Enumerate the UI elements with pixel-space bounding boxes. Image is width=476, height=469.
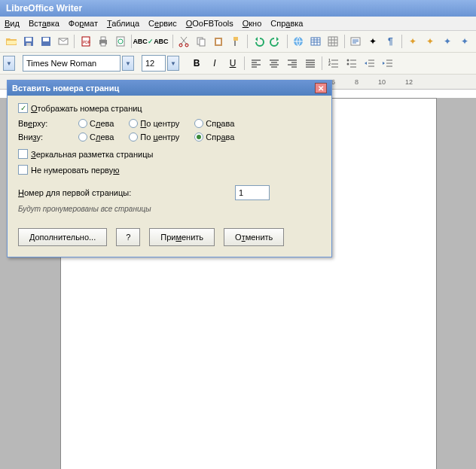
undo-icon[interactable] xyxy=(251,33,267,50)
print-icon[interactable] xyxy=(95,33,111,50)
menu-tools[interactable]: Сервис xyxy=(148,19,177,28)
star3-icon[interactable]: ✦ xyxy=(440,33,456,50)
menu-ooofbtools[interactable]: OOoFBTools xyxy=(186,19,233,28)
no-first-label: Не нумеровать первую xyxy=(31,166,119,175)
bold-icon[interactable]: B xyxy=(188,55,205,72)
font-size-field[interactable]: 12 xyxy=(142,55,166,72)
menu-window[interactable]: Окно xyxy=(243,19,262,28)
styles-icon[interactable] xyxy=(348,33,364,50)
link-icon[interactable] xyxy=(291,33,307,50)
menu-insert[interactable]: Вставка xyxy=(29,19,60,28)
mail-icon[interactable] xyxy=(55,33,71,50)
no-first-checkbox[interactable] xyxy=(18,165,28,175)
align-left-icon[interactable] xyxy=(248,55,264,72)
svg-rect-1 xyxy=(26,38,32,41)
preview-icon[interactable] xyxy=(112,33,128,50)
dialog-titlebar: Вставить номера страниц ✕ xyxy=(8,81,331,96)
separator xyxy=(172,35,173,48)
svg-rect-22 xyxy=(328,37,337,46)
ruler-tick: 10 xyxy=(378,78,386,86)
size-dropdown-arrow[interactable]: ▼ xyxy=(167,56,179,71)
save-icon[interactable] xyxy=(20,33,36,50)
pdf-icon[interactable]: PDF xyxy=(78,33,93,50)
dialog-title: Вставить номера страниц xyxy=(12,84,119,93)
help-button[interactable]: ? xyxy=(116,228,140,246)
menu-table[interactable]: Таблица xyxy=(107,19,139,28)
dialog-buttons: Дополнительно... ? Применить Отменить xyxy=(18,228,321,246)
mirror-checkbox[interactable] xyxy=(18,149,28,159)
font-size-value: 12 xyxy=(145,59,154,68)
bottom-left-radio[interactable]: Слева xyxy=(78,132,114,142)
redo-icon[interactable] xyxy=(268,33,284,50)
numbered-list-icon[interactable]: 12 xyxy=(325,55,342,72)
more-button[interactable]: Дополнительно... xyxy=(18,228,107,246)
top-label: Вверху: xyxy=(18,119,78,128)
paste-icon[interactable] xyxy=(211,33,227,50)
separator xyxy=(287,35,288,48)
spellcheck-icon[interactable]: ABC✓ xyxy=(135,33,151,50)
top-center-radio[interactable]: По центру xyxy=(129,119,179,128)
show-numbers-checkbox[interactable]: ✓ xyxy=(18,103,28,113)
underline-icon[interactable]: U xyxy=(224,55,241,72)
bottom-center-radio[interactable]: По центру xyxy=(129,132,179,142)
top-right-radio[interactable]: Справа xyxy=(194,119,234,128)
dialog-body: ✓ Отображать номера страниц Вверху: Слев… xyxy=(8,96,331,257)
align-right-icon[interactable] xyxy=(284,55,301,72)
menu-view[interactable]: Вид xyxy=(5,19,20,28)
separator xyxy=(244,56,245,70)
table-icon[interactable] xyxy=(308,33,324,50)
svg-rect-4 xyxy=(43,38,49,41)
style-dropdown-arrow[interactable]: ▼ xyxy=(3,56,15,71)
star2-icon[interactable]: ✦ xyxy=(423,33,438,50)
separator xyxy=(322,56,322,70)
show-numbers-row[interactable]: ✓ Отображать номера страниц xyxy=(18,103,321,113)
close-icon[interactable]: ✕ xyxy=(315,83,327,93)
svg-rect-19 xyxy=(233,37,238,41)
separator xyxy=(247,35,248,48)
mirror-label: Зеркальная разметка страницы xyxy=(31,150,153,159)
bottom-right-radio[interactable]: Справа xyxy=(194,132,234,142)
font-name-field[interactable]: Times New Roman xyxy=(23,55,121,72)
top-left-radio[interactable]: Слева xyxy=(78,119,114,128)
menubar: Вид Вставка Формат Таблица Сервис OOoFBT… xyxy=(0,17,476,31)
indent-icon[interactable] xyxy=(380,55,396,72)
separator xyxy=(131,35,132,48)
svg-rect-18 xyxy=(216,39,221,44)
svg-text:2: 2 xyxy=(328,62,331,66)
separator xyxy=(344,35,345,48)
star4-icon[interactable]: ✦ xyxy=(457,33,473,50)
menu-format[interactable]: Формат xyxy=(69,19,98,28)
formatbrush-icon[interactable] xyxy=(228,33,244,50)
outdent-icon[interactable] xyxy=(362,55,378,72)
svg-text:PDF: PDF xyxy=(83,40,90,44)
copy-icon[interactable] xyxy=(194,33,209,50)
cancel-button[interactable]: Отменить xyxy=(224,228,284,246)
italic-icon[interactable]: I xyxy=(206,55,223,72)
open-icon[interactable] xyxy=(3,33,19,50)
grid-icon[interactable] xyxy=(325,33,341,50)
app-titlebar: LibreOffice Writer xyxy=(0,0,476,17)
menu-help[interactable]: Справка xyxy=(270,19,303,28)
saveas-icon[interactable] xyxy=(38,33,53,50)
first-number-label: Номер для первой страницы: xyxy=(18,188,131,197)
align-justify-icon[interactable] xyxy=(302,55,319,72)
svg-point-27 xyxy=(347,63,349,65)
mirror-row[interactable]: Зеркальная разметка страницы xyxy=(18,149,321,159)
nonprint-icon[interactable]: ¶ xyxy=(383,33,398,50)
separator xyxy=(401,35,402,48)
autospell-icon[interactable]: ABC xyxy=(153,33,169,50)
bottom-position-row: Внизу: Слева По центру Справа xyxy=(18,132,321,142)
navigator-icon[interactable]: ✦ xyxy=(365,33,381,50)
star1-icon[interactable]: ✦ xyxy=(405,33,421,50)
bullet-list-icon[interactable] xyxy=(343,55,360,72)
show-numbers-label: Отображать номера страниц xyxy=(31,104,142,113)
align-center-icon[interactable] xyxy=(266,55,282,72)
first-number-input[interactable]: 1 xyxy=(235,185,270,200)
no-first-row[interactable]: Не нумеровать первую xyxy=(18,165,321,175)
toolbar-format: ▼ Times New Roman ▼ 12 ▼ B I U 12 xyxy=(0,53,476,75)
separator xyxy=(74,35,75,48)
cut-icon[interactable] xyxy=(176,33,192,50)
apply-button[interactable]: Применить xyxy=(149,228,215,246)
svg-rect-21 xyxy=(311,38,320,45)
font-dropdown-arrow[interactable]: ▼ xyxy=(122,56,134,71)
